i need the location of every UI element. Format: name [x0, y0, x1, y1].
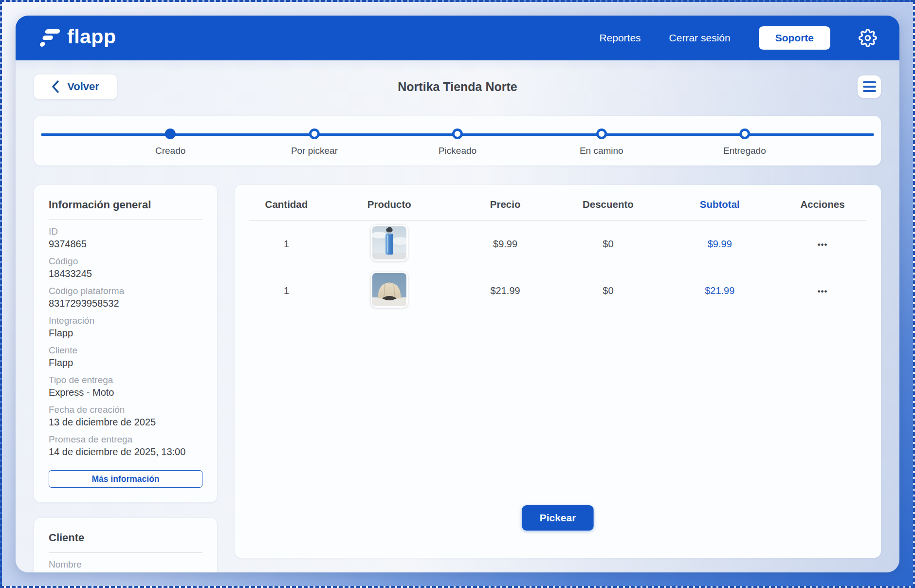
info-field-codigo-plataforma: Código plataforma 8317293958532 [49, 286, 202, 309]
client-field-nombre: Nombre [49, 559, 202, 570]
row-actions-button[interactable]: ••• [818, 287, 828, 296]
cell-descuento: $0 [556, 285, 661, 296]
info-field-integracion: Integración Flapp [49, 315, 202, 339]
app-window: flapp Reportes Cerrar sesión Soporte [16, 16, 899, 572]
step-dot-open [309, 129, 320, 139]
table-row: 1 [249, 267, 866, 314]
cell-producto [324, 225, 455, 263]
step-pickeado: Pickeado [439, 129, 476, 156]
general-info-title: Información general [49, 199, 202, 211]
volver-back-button[interactable]: Volver [34, 74, 117, 99]
pickear-button[interactable]: Pickear [522, 505, 594, 531]
flapp-logo: flapp [39, 27, 116, 50]
table-header-row: Cantidad Producto Precio Descuento Subto… [249, 199, 866, 220]
main-area: Información general ID 9374865 Código 18… [34, 185, 881, 572]
cell-cantidad: 1 [249, 239, 324, 250]
divider [49, 220, 202, 220]
top-nav-links: Reportes Cerrar sesión Soporte [599, 26, 877, 50]
page-toolbar: Volver Nortika Tienda Norte [34, 74, 881, 99]
page-content: Volver Nortika Tienda Norte Creado Por p… [16, 60, 899, 572]
cell-producto [324, 272, 455, 310]
step-entregado: Entregado [723, 129, 766, 156]
step-por-pickear: Por pickear [291, 129, 338, 156]
hamburger-icon [863, 81, 876, 83]
page-background: flapp Reportes Cerrar sesión Soporte [0, 0, 915, 588]
product-image-beige-cap [371, 272, 408, 308]
step-creado: Creado [155, 129, 185, 156]
info-field-cliente: Cliente Flapp [49, 345, 202, 368]
step-dot-open [596, 129, 607, 139]
mas-informacion-button[interactable]: Más información [49, 470, 202, 488]
cell-cantidad: 1 [249, 285, 324, 296]
chevron-left-icon [52, 80, 59, 93]
volver-label: Volver [67, 80, 99, 93]
info-field-tipo-entrega: Tipo de entrega Express - Moto [49, 375, 202, 398]
flapp-logo-text: flapp [67, 27, 116, 50]
info-field-id: ID 9374865 [49, 226, 202, 250]
row-actions-button[interactable]: ••• [818, 240, 828, 250]
table-row: 1 [249, 220, 866, 267]
step-en-camino: En camino [580, 129, 623, 156]
product-image-water-bottle [371, 225, 408, 261]
col-subtotal: Subtotal [660, 199, 779, 210]
col-cantidad: Cantidad [249, 199, 324, 210]
col-precio: Precio [455, 199, 556, 210]
step-dot-open [739, 129, 750, 139]
divider [49, 552, 202, 553]
nav-cerrar-sesion-link[interactable]: Cerrar sesión [669, 32, 731, 44]
order-status-stepper: Creado Por pickear Pickeado En camino En… [34, 116, 881, 165]
general-info-card: Información general ID 9374865 Código 18… [34, 185, 217, 502]
cell-descuento: $0 [556, 239, 661, 250]
col-descuento: Descuento [556, 199, 661, 210]
step-dot-filled [165, 129, 176, 139]
left-panel: Información general ID 9374865 Código 18… [34, 185, 217, 572]
flapp-logo-icon [39, 27, 61, 49]
cell-subtotal: $9.99 [660, 239, 779, 250]
col-producto: Producto [324, 199, 455, 210]
products-table-card: Cantidad Producto Precio Descuento Subto… [235, 185, 881, 558]
nav-reportes-link[interactable]: Reportes [599, 32, 640, 44]
hamburger-menu-button[interactable] [858, 75, 881, 98]
soporte-button[interactable]: Soporte [759, 26, 830, 50]
cell-precio: $21.99 [455, 285, 556, 296]
info-field-fecha-creacion: Fecha de creación 13 de diciembre de 202… [49, 404, 202, 428]
client-card-title: Cliente [49, 532, 202, 544]
page-title: Nortika Tienda Norte [398, 80, 517, 94]
top-navigation-bar: flapp Reportes Cerrar sesión Soporte [16, 16, 899, 60]
client-card: Cliente Nombre [34, 518, 217, 572]
step-dot-open [452, 129, 463, 139]
cell-subtotal: $21.99 [660, 285, 779, 296]
cell-precio: $9.99 [455, 239, 556, 250]
col-acciones: Acciones [779, 199, 866, 210]
info-field-promesa-entrega: Promesa de entrega 14 de diciembre de 20… [49, 434, 202, 458]
settings-gear-icon[interactable] [859, 29, 877, 47]
info-field-codigo: Código 18433245 [49, 256, 202, 279]
